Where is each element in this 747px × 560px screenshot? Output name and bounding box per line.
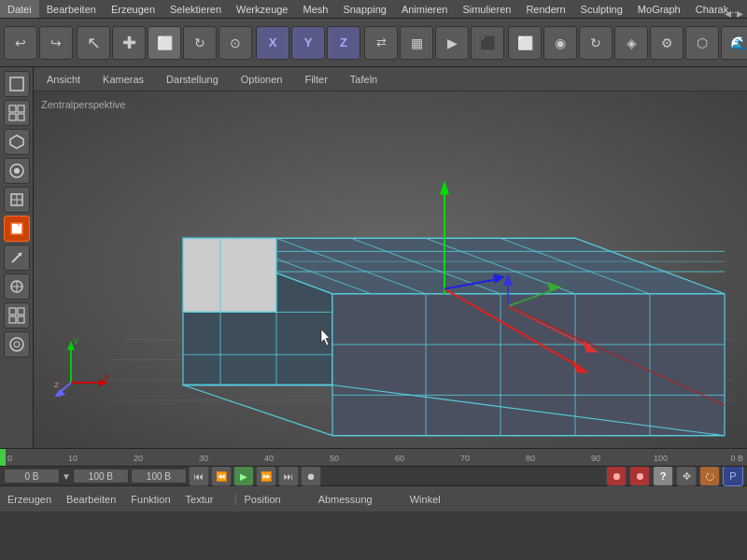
sidebar-btn-9[interactable] xyxy=(4,331,30,357)
menu-bearbeiten[interactable]: Bearbeiten xyxy=(39,0,104,18)
sidebar-btn-7[interactable] xyxy=(4,273,30,300)
timeline-help-btn[interactable]: ? xyxy=(653,466,673,486)
svg-marker-56 xyxy=(440,181,449,195)
timeline-ruler[interactable]: 0 10 20 30 40 50 60 70 80 90 100 0 B xyxy=(0,449,747,467)
render2-tool[interactable]: ⬛ xyxy=(471,26,504,60)
sidebar-btn-6[interactable] xyxy=(4,245,30,271)
menu-simulieren[interactable]: Simulieren xyxy=(455,0,518,18)
sidebar-btn-4[interactable] xyxy=(4,187,30,213)
timeline-field-start[interactable]: 100 B xyxy=(73,469,129,483)
menu-selektieren[interactable]: Selektieren xyxy=(162,0,229,18)
vp-menu-tafeln[interactable]: Tafeln xyxy=(345,72,383,87)
sidebar-btn-8[interactable] xyxy=(4,302,30,329)
sidebar-btn-1[interactable] xyxy=(4,100,30,126)
status-textur[interactable]: Textur xyxy=(186,494,214,505)
terrain-tool[interactable]: 🌊 xyxy=(721,26,747,60)
vp-menu-darstellung[interactable]: Darstellung xyxy=(161,72,224,87)
svg-rect-18 xyxy=(9,308,16,315)
rotate-tool[interactable]: ↻ xyxy=(183,26,217,60)
svg-line-51 xyxy=(183,385,332,436)
transform-tool[interactable]: ⇄ xyxy=(364,26,398,60)
svg-point-7 xyxy=(14,168,20,174)
redo-button[interactable]: ↪ xyxy=(39,26,73,60)
timeline-red-btn1[interactable]: ⏺ xyxy=(606,466,627,486)
axis-y-button[interactable]: Y xyxy=(291,26,325,60)
step-back-button[interactable]: ⏪ xyxy=(211,466,232,486)
camera-tool[interactable]: ↻ xyxy=(579,26,613,60)
ruler-mark-20: 20 xyxy=(134,454,143,463)
add-tool[interactable]: ✚ xyxy=(112,26,146,60)
svg-rect-2 xyxy=(18,105,24,112)
menu-mograph[interactable]: MoGraph xyxy=(630,0,688,18)
sidebar-btn-3[interactable] xyxy=(4,158,30,184)
expand-icon[interactable]: ◂ xyxy=(723,6,733,21)
status-bearbeiten[interactable]: Bearbeiten xyxy=(66,494,116,505)
status-winkel: Winkel xyxy=(410,494,441,505)
vp-menu-kameras[interactable]: Kameras xyxy=(97,72,149,87)
timeline-right-controls: ⏺ ⏺ ? ✥ ⭮ P xyxy=(606,466,743,486)
svg-rect-0 xyxy=(10,77,23,91)
ruler-mark-10: 10 xyxy=(68,454,78,463)
render-region-tool[interactable]: ▦ xyxy=(400,26,433,60)
play-button[interactable]: ▶ xyxy=(233,466,254,486)
cube-tool[interactable]: ⬜ xyxy=(508,26,542,60)
particle-tool[interactable]: ⬡ xyxy=(685,26,719,60)
cursor-tool[interactable]: ↖ xyxy=(77,26,110,60)
menu-erzeugen[interactable]: Erzeugen xyxy=(104,0,162,18)
menu-mesh[interactable]: Mesh xyxy=(295,0,335,18)
ruler-mark-40: 40 xyxy=(264,454,274,463)
menu-animieren[interactable]: Animieren xyxy=(394,0,456,18)
svg-point-23 xyxy=(14,342,20,347)
lasso-tool[interactable]: ⊙ xyxy=(218,26,252,60)
sidebar-btn-5[interactable] xyxy=(4,216,30,242)
timeline: 0 10 20 30 40 50 60 70 80 90 100 0 B 0 B… xyxy=(0,448,747,485)
jump-start-button[interactable]: ⏮ xyxy=(189,466,209,486)
timeline-move-btn[interactable]: ✥ xyxy=(676,466,697,486)
vp-menu-ansicht[interactable]: Ansicht xyxy=(41,72,86,87)
svg-point-22 xyxy=(10,338,23,351)
svg-marker-5 xyxy=(10,135,23,148)
vp-menu-optionen[interactable]: Optionen xyxy=(235,72,289,87)
hair-tool[interactable]: ⚙ xyxy=(650,26,684,60)
axis-z-button[interactable]: Z xyxy=(327,26,360,60)
scene-3d xyxy=(34,91,747,448)
deform-tool[interactable]: ◈ xyxy=(614,26,648,60)
ruler-mark-50: 50 xyxy=(330,454,339,463)
menu-werkzeuge[interactable]: Werkzeuge xyxy=(229,0,295,18)
sidebar-btn-2[interactable] xyxy=(4,129,30,155)
jump-end-button[interactable]: ⏭ xyxy=(278,466,299,486)
svg-rect-1 xyxy=(9,105,16,112)
record-button[interactable]: ⏺ xyxy=(301,466,321,486)
ruler-mark-90: 90 xyxy=(591,454,600,463)
svg-rect-19 xyxy=(18,308,24,315)
timeline-field-current[interactable]: 0 B xyxy=(4,469,60,483)
menu-datei[interactable]: Datei xyxy=(0,0,39,18)
vp-menu-filter[interactable]: Filter xyxy=(299,72,332,87)
menu-bar: Datei Bearbeiten Erzeugen Selektieren We… xyxy=(0,0,747,19)
status-funktion[interactable]: Funktion xyxy=(131,494,170,505)
axis-x-button[interactable]: X xyxy=(256,26,289,60)
timeline-red-btn2[interactable]: ⏺ xyxy=(629,466,650,486)
step-forward-button[interactable]: ⏩ xyxy=(256,466,276,486)
timeline-playhead[interactable] xyxy=(0,449,6,467)
box-tool[interactable]: ⬜ xyxy=(148,26,181,60)
collapse-icon[interactable]: ▸ xyxy=(735,6,745,21)
menu-sculpting[interactable]: Sculpting xyxy=(573,0,630,18)
status-abmessung: Abmessung xyxy=(318,494,373,505)
timeline-blue-btn[interactable]: P xyxy=(723,466,743,486)
menu-snapping[interactable]: Snapping xyxy=(335,0,394,18)
menu-rendern[interactable]: Rendern xyxy=(518,0,572,18)
status-right: Position Abmessung Winkel xyxy=(235,494,740,505)
ruler-mark-80: 80 xyxy=(526,454,535,463)
viewport-canvas[interactable]: Zentralperspektive xyxy=(34,91,747,448)
timeline-orange-btn[interactable]: ⭮ xyxy=(699,466,720,486)
status-erzeugen[interactable]: Erzeugen xyxy=(7,494,51,505)
timeline-separator: ▼ xyxy=(62,471,71,482)
timeline-right-value: 0 B xyxy=(730,454,743,463)
main-area: Ansicht Kameras Darstellung Optionen Fil… xyxy=(0,67,747,448)
sidebar-btn-0[interactable] xyxy=(4,71,30,97)
timeline-field-end[interactable]: 100 B xyxy=(131,469,187,483)
light-tool[interactable]: ◉ xyxy=(543,26,577,60)
undo-button[interactable]: ↩ xyxy=(4,26,37,60)
render-tool[interactable]: ▶ xyxy=(435,26,469,60)
